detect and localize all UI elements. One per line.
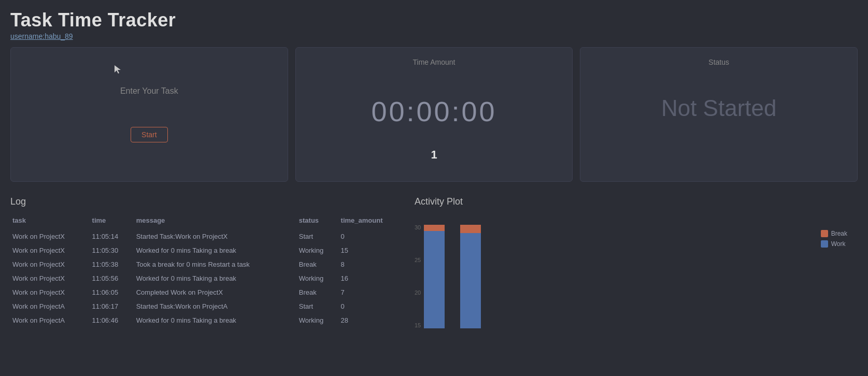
cell-status: Start [297, 229, 339, 243]
bar-group [424, 225, 445, 328]
table-row: Work on ProjectX11:05:14Started Task:Wor… [10, 229, 404, 243]
time-card: Time Amount 00:00:00 1 [295, 47, 573, 182]
table-row: Work on ProjectX11:05:56Worked for 0 min… [10, 271, 404, 285]
log-section: Log task time message status time_amount… [10, 196, 404, 328]
cell-time_amount: 15 [339, 243, 404, 257]
page-header: Task Time Tracker username:habu_89 [0, 0, 868, 45]
table-row: Work on ProjectX11:06:05Completed Work o… [10, 285, 404, 299]
cell-time: 11:05:56 [90, 271, 134, 285]
table-row: Work on ProjectX11:05:38Took a break for… [10, 257, 404, 271]
cell-task: Work on ProjectA [10, 299, 90, 313]
top-cards: Start Time Amount 00:00:00 1 Status Not … [0, 47, 868, 182]
cell-time_amount: 7 [339, 285, 404, 299]
table-row: Work on ProjectA11:06:46Worked for 0 min… [10, 313, 404, 327]
bottom-section: Log task time message status time_amount… [0, 186, 868, 328]
cell-message: Took a break for 0 mins Restart a task [134, 257, 297, 271]
legend-work-color [821, 240, 828, 248]
cell-time: 11:06:17 [90, 299, 134, 313]
cell-task: Work on ProjectA [10, 313, 90, 327]
y-axis-label: 20 [415, 290, 421, 296]
cell-task: Work on ProjectX [10, 229, 90, 243]
cell-time: 11:06:46 [90, 313, 134, 327]
task-input[interactable] [21, 86, 277, 96]
legend-break-color [821, 230, 828, 237]
y-axis-label: 30 [415, 225, 421, 230]
task-input-area: Start [21, 58, 277, 171]
col-task: task [10, 214, 90, 229]
col-time-amount: time_amount [339, 214, 404, 229]
cell-message: Worked for 0 mins Taking a break [134, 313, 297, 327]
bar-stack [424, 225, 445, 328]
cell-time: 11:05:38 [90, 257, 134, 271]
cell-status: Break [297, 285, 339, 299]
cell-time: 11:05:14 [90, 229, 134, 243]
col-message: message [134, 214, 297, 229]
cell-task: Work on ProjectX [10, 285, 90, 299]
log-title: Log [10, 196, 404, 207]
bars-area: Break Work [424, 225, 858, 328]
cell-status: Break [297, 257, 339, 271]
cell-message: Worked for 0 mins Taking a break [134, 243, 297, 257]
cell-time_amount: 8 [339, 257, 404, 271]
bar-group [460, 225, 481, 328]
table-row: Work on ProjectA11:06:17Started Task:Wor… [10, 299, 404, 313]
cell-task: Work on ProjectX [10, 271, 90, 285]
plot-title: Activity Plot [415, 196, 858, 207]
col-time: time [90, 214, 134, 229]
col-status: status [297, 214, 339, 229]
cell-status: Start [297, 299, 339, 313]
cell-time: 11:05:30 [90, 243, 134, 257]
cell-message: Started Task:Work on ProjectX [134, 229, 297, 243]
bar-work-segment [460, 233, 481, 328]
cell-message: Worked for 0 mins Taking a break [134, 271, 297, 285]
bar-break-segment [460, 225, 481, 233]
log-table-header: task time message status time_amount [10, 214, 404, 229]
table-row: Work on ProjectX11:05:30Worked for 0 min… [10, 243, 404, 257]
legend-break: Break [821, 230, 847, 237]
time-card-label: Time Amount [413, 58, 456, 66]
plot-section: Activity Plot 30252015 Break Work [415, 196, 858, 328]
legend-work-label: Work [831, 240, 846, 248]
cell-time_amount: 0 [339, 299, 404, 313]
cell-task: Work on ProjectX [10, 257, 90, 271]
cell-message: Started Task:Work on ProjectA [134, 299, 297, 313]
log-table: task time message status time_amount Wor… [10, 214, 404, 327]
cell-message: Completed Work on ProjectX [134, 285, 297, 299]
username-link[interactable]: username:habu_89 [10, 32, 73, 40]
app-title: Task Time Tracker [10, 9, 858, 31]
bar-work-segment [424, 231, 445, 328]
cell-status: Working [297, 271, 339, 285]
chart-legend: Break Work [821, 230, 847, 248]
bar-break-segment [424, 225, 445, 231]
bar-stack [460, 225, 481, 328]
legend-work: Work [821, 240, 847, 248]
status-card-label: Status [708, 58, 729, 66]
y-axis-label: 15 [415, 323, 421, 328]
y-axis-label: 25 [415, 257, 421, 263]
cell-task: Work on ProjectX [10, 243, 90, 257]
chart-container: 30252015 Break Work [415, 214, 858, 328]
cell-time: 11:06:05 [90, 285, 134, 299]
cell-time_amount: 16 [339, 271, 404, 285]
y-axis: 30252015 [415, 225, 421, 328]
status-card: Status Not Started [580, 47, 858, 182]
start-button[interactable]: Start [131, 127, 168, 142]
cell-status: Working [297, 313, 339, 327]
time-display: 00:00:00 [371, 95, 496, 127]
cell-time_amount: 0 [339, 229, 404, 243]
status-text: Not Started [661, 95, 777, 121]
log-table-body: Work on ProjectX11:05:14Started Task:Wor… [10, 229, 404, 327]
legend-break-label: Break [831, 230, 847, 237]
cell-time_amount: 28 [339, 313, 404, 327]
time-count: 1 [431, 148, 437, 162]
cell-status: Working [297, 243, 339, 257]
task-card: Start [10, 47, 288, 182]
